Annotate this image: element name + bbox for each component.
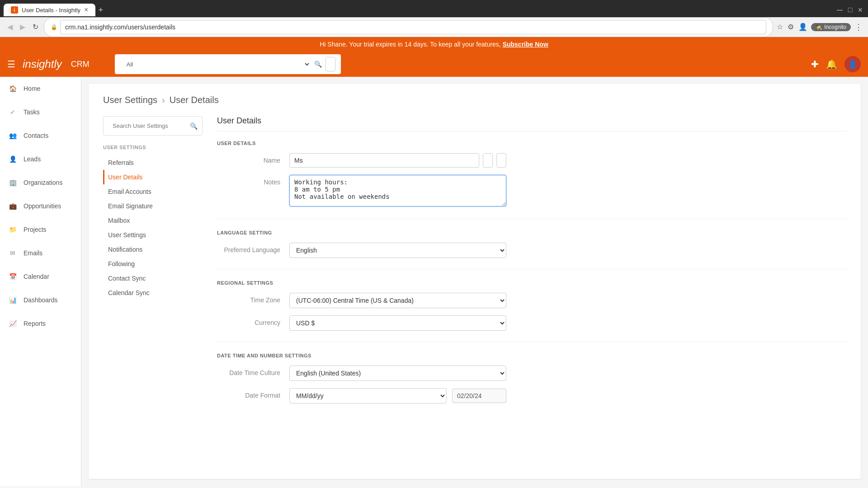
calendar-icon: 📅 [7,271,18,282]
bookmark-icon[interactable]: ☆ [777,23,783,31]
date-format-label: Date Format [217,388,289,399]
datetime-culture-select[interactable]: English (United States) English (United … [289,366,506,381]
regional-heading: REGIONAL SETTINGS [217,280,846,286]
settings-search-icon: 🔍 [190,122,198,130]
currency-label: Currency [217,315,289,326]
address-bar[interactable]: 🔒 [44,17,773,37]
profile-icon[interactable]: 👤 [798,23,807,31]
currency-row: Currency USD $ EUR € GBP £ [217,315,846,331]
browser-menu-icon[interactable]: ⋮ [854,22,863,32]
date-format-row: Date Format MM/dd/yy dd/MM/yy yy/MM/dd [217,388,846,404]
datetime-heading: DATE TIME AND NUMBER SETTINGS [217,353,846,358]
name-prefix-input[interactable] [289,153,479,168]
settings-nav-email-signature[interactable]: Email Signature [103,199,203,213]
user-avatar-button[interactable]: 👤 [844,56,861,72]
sidebar-item-emails[interactable]: ✉ Emails [0,241,81,265]
notes-field: Working hours: 8 am to 5 pm Not availabl… [289,175,506,208]
breadcrumb-parent[interactable]: User Settings [103,95,157,105]
settings-nav-following[interactable]: Following [103,257,203,271]
notes-textarea[interactable]: Working hours: 8 am to 5 pm Not availabl… [289,175,506,206]
notifications-bell-icon[interactable]: 🔔 [826,59,837,70]
sidebar-item-calendar[interactable]: 📅 Calendar [0,265,81,288]
new-tab-button[interactable]: + [98,5,103,15]
main-content: User Settings › User Details 🔍 USER SETT… [89,84,861,479]
sidebar-label-emails: Emails [24,249,42,257]
app-logo-crm: CRM [71,60,90,69]
settings-sidebar: 🔍 USER SETTINGS Referrals User Details E… [103,116,203,411]
breadcrumb-separator: › [162,95,165,105]
sidebar-item-dashboards[interactable]: 📊 Dashboards [0,288,81,312]
sidebar-item-reports[interactable]: 📈 Reports [0,312,81,335]
datetime-culture-field: English (United States) English (United … [289,366,506,381]
url-input[interactable] [60,20,766,34]
sidebar-item-opportunities[interactable]: 💼 Opportunities [0,194,81,218]
trial-banner: Hi Shane. Your trial expires in 14 days.… [0,37,868,52]
currency-field: USD $ EUR € GBP £ [289,315,506,331]
time-zone-row: Time Zone (UTC-06:00) Central Time (US &… [217,293,846,308]
search-input[interactable] [326,57,335,71]
sidebar-label-calendar: Calendar [24,273,49,280]
currency-select[interactable]: USD $ EUR € GBP £ [289,315,506,331]
settings-nav-calendar-sync[interactable]: Calendar Sync [103,286,203,300]
sidebar-item-leads[interactable]: 👤 Leads [0,147,81,171]
tab-favicon: i [11,6,18,14]
app-logo: insightly [23,58,62,70]
name-last-input[interactable] [496,153,506,168]
sidebar-item-contacts[interactable]: 👥 Contacts [0,124,81,147]
hamburger-menu[interactable]: ☰ [7,59,15,70]
opportunities-icon: 💼 [7,201,18,211]
search-icon: 🔍 [314,61,322,68]
reports-icon: 📈 [7,318,18,329]
sidebar-label-organizations: Organizations [24,179,62,186]
window-controls: ─ □ × [837,5,868,15]
settings-search-input[interactable] [108,119,187,132]
sidebar-label-tasks: Tasks [24,108,40,116]
subscribe-link[interactable]: Subscribe Now [503,41,548,48]
dashboards-icon: 📊 [7,295,18,305]
browser-tab[interactable]: i User Details - Insightly × [4,4,95,16]
maximize-button[interactable]: □ [848,6,853,14]
time-zone-select[interactable]: (UTC-06:00) Central Time (US & Canada) (… [289,293,506,308]
lock-icon: 🔒 [51,24,57,30]
settings-nav-contact-sync[interactable]: Contact Sync [103,271,203,286]
sidebar-item-projects[interactable]: 📁 Projects [0,218,81,241]
date-format-preview [452,389,506,403]
contacts-icon: 👥 [7,130,18,141]
date-format-field: MM/dd/yy dd/MM/yy yy/MM/dd [289,388,506,404]
forward-button[interactable]: ▶ [18,21,27,33]
name-label: Name [217,153,289,164]
extensions-icon[interactable]: ⚙ [788,23,794,31]
settings-section-title: USER SETTINGS [103,143,203,152]
add-button[interactable]: ✚ [811,59,819,70]
notes-row: Notes Working hours: 8 am to 5 pm Not av… [217,175,846,208]
settings-search-bar[interactable]: 🔍 [103,116,203,136]
sidebar-item-home[interactable]: 🏠 Home [0,77,81,100]
settings-nav-notifications[interactable]: Notifications [103,242,203,257]
name-first-input[interactable] [483,153,493,168]
name-fields [289,153,506,168]
date-format-select[interactable]: MM/dd/yy dd/MM/yy yy/MM/dd [289,388,447,404]
tab-title: User Details - Insightly [22,7,80,14]
settings-nav-referrals[interactable]: Referrals [103,155,203,170]
minimize-button[interactable]: ─ [837,5,843,15]
back-button[interactable]: ◀ [5,21,14,33]
incognito-badge: 🕵 Incognito [811,23,851,31]
language-heading: LANGUAGE SETTING [217,230,846,235]
global-search-bar[interactable]: All 🔍 [115,54,341,74]
sidebar-item-organizations[interactable]: 🏢 Organizations [0,171,81,194]
browser-actions: ☆ ⚙ 👤 [777,23,807,31]
close-tab-button[interactable]: × [84,6,88,14]
settings-nav-user-details[interactable]: User Details [103,170,203,184]
home-icon: 🏠 [7,83,18,94]
preferred-language-select[interactable]: English French German Spanish [289,243,506,258]
settings-nav-mailbox[interactable]: Mailbox [103,213,203,228]
tasks-icon: ✓ [7,107,18,117]
reload-button[interactable]: ↻ [31,21,40,33]
search-scope-dropdown[interactable]: All [120,57,311,71]
settings-nav-user-settings[interactable]: User Settings [103,228,203,242]
sidebar-item-tasks[interactable]: ✓ Tasks [0,100,81,124]
settings-nav-email-accounts[interactable]: Email Accounts [103,184,203,199]
close-window-button[interactable]: × [858,5,863,15]
sidebar-label-leads: Leads [24,155,41,163]
sidebar-label-reports: Reports [24,320,46,327]
